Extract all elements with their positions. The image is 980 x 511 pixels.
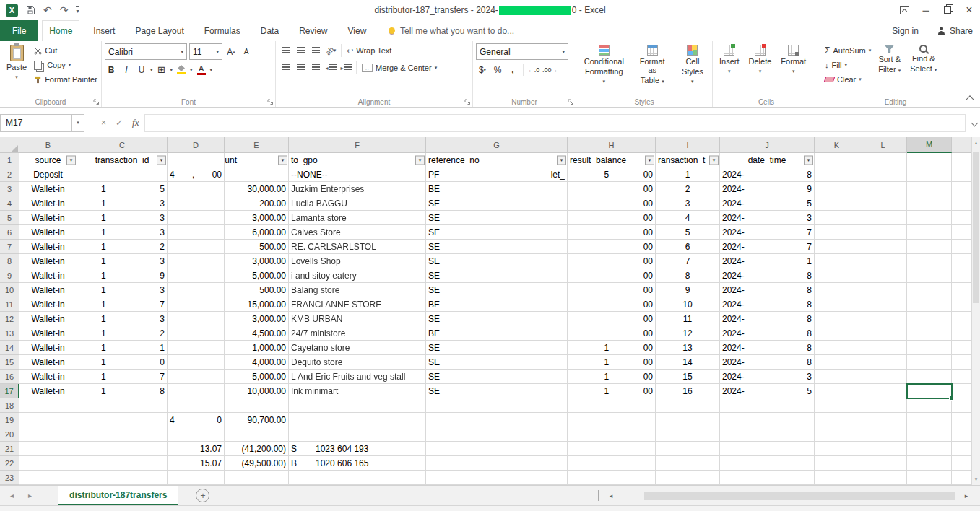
row-header-2[interactable]: 2 xyxy=(0,167,19,182)
cell-C7[interactable]: 12 xyxy=(77,240,168,254)
font-dialog-launcher[interactable] xyxy=(267,99,274,105)
cell-D22[interactable]: 15.07 xyxy=(168,456,225,471)
cell-I20[interactable] xyxy=(656,427,720,442)
scroll-left-button[interactable]: ◂ xyxy=(606,492,616,499)
tab-page-layout[interactable]: Page Layout xyxy=(129,20,190,41)
cell-G13[interactable]: BE xyxy=(426,326,568,341)
cell-D3[interactable] xyxy=(168,182,225,196)
cell-J12[interactable]: 2024-8 xyxy=(720,312,815,326)
ribbon-display-options-button[interactable] xyxy=(893,0,915,20)
cell-B14[interactable]: Wallet-in xyxy=(19,341,77,355)
close-button[interactable]: × xyxy=(958,0,980,20)
cell-K16[interactable] xyxy=(815,370,859,384)
cell-B19[interactable] xyxy=(19,413,77,427)
cell-G12[interactable]: SE xyxy=(426,312,568,326)
cell-L14[interactable] xyxy=(859,341,907,355)
cell-C8[interactable]: 13 xyxy=(77,254,168,268)
column-header-M[interactable]: M xyxy=(907,137,952,153)
cell-M19[interactable] xyxy=(907,413,952,427)
cell-B1[interactable]: source▾ xyxy=(19,153,77,167)
column-header-E[interactable]: E xyxy=(225,137,289,153)
row-header-6[interactable]: 6 xyxy=(0,225,19,240)
cell-I6[interactable]: 5 xyxy=(656,225,720,240)
cell-B2[interactable]: Deposit xyxy=(19,167,77,182)
number-format-combo[interactable]: General ▾ xyxy=(476,43,568,60)
insert-dropdown-icon[interactable]: ▾ xyxy=(728,67,731,76)
cell-B4[interactable]: Wallet-in xyxy=(19,196,77,211)
cell-B20[interactable] xyxy=(19,427,77,442)
formula-input[interactable] xyxy=(144,114,966,132)
cell-C17[interactable]: 18 xyxy=(77,384,168,398)
format-as-table-button[interactable]: Format as Table ▾ xyxy=(631,43,674,87)
cell-G10[interactable]: SE xyxy=(426,283,568,297)
cell-B7[interactable]: Wallet-in xyxy=(19,240,77,254)
cell-I11[interactable]: 10 xyxy=(656,297,720,312)
cell-H8[interactable]: 00 xyxy=(568,254,656,268)
filter-button-transaction_id[interactable]: ▾ xyxy=(157,155,166,165)
cell-K10[interactable] xyxy=(815,283,859,297)
cell-K12[interactable] xyxy=(815,312,859,326)
cell-I5[interactable]: 4 xyxy=(656,211,720,225)
cell-H6[interactable]: 00 xyxy=(568,225,656,240)
cell-M1[interactable] xyxy=(907,153,952,167)
cell-M23[interactable] xyxy=(907,471,952,485)
cell-H17[interactable]: 100 xyxy=(568,384,656,398)
excel-app-icon[interactable]: X xyxy=(6,4,18,17)
column-header-I[interactable]: I xyxy=(656,137,720,153)
font-color-button[interactable]: A xyxy=(195,63,208,77)
cell-K20[interactable] xyxy=(815,427,859,442)
cell-K1[interactable] xyxy=(815,153,859,167)
horizontal-scrollbar[interactable]: ◂ ▸ xyxy=(598,486,980,505)
cell-M3[interactable] xyxy=(907,182,952,196)
cell-D7[interactable] xyxy=(168,240,225,254)
cell-E22[interactable]: (49,500.00) xyxy=(225,456,289,471)
cell-J16[interactable]: 2024-3 xyxy=(720,370,815,384)
cell-E9[interactable]: 5,000.00 xyxy=(225,268,289,283)
cell-M13[interactable] xyxy=(907,326,952,341)
cell-D1[interactable] xyxy=(168,153,225,167)
cell-L21[interactable] xyxy=(859,442,907,456)
cell-C11[interactable]: 17 xyxy=(77,297,168,312)
cell-C12[interactable]: 13 xyxy=(77,312,168,326)
cell-E16[interactable]: 5,000.00 xyxy=(225,370,289,384)
cell-I8[interactable]: 7 xyxy=(656,254,720,268)
cell-E2[interactable] xyxy=(225,167,289,182)
cell-I13[interactable]: 12 xyxy=(656,326,720,341)
conditional-formatting-button[interactable]: Conditional Formatting ▾ xyxy=(579,43,629,87)
cell-C9[interactable]: 19 xyxy=(77,268,168,283)
cell-D13[interactable] xyxy=(168,326,225,341)
cell-K9[interactable] xyxy=(815,268,859,283)
increase-indent-button[interactable]: ▸ xyxy=(339,61,352,75)
cell-F11[interactable]: FRANCI ANNE STORE xyxy=(289,297,426,312)
cell-L6[interactable] xyxy=(859,225,907,240)
insert-function-icon[interactable]: fx xyxy=(132,117,139,128)
cell-M6[interactable] xyxy=(907,225,952,240)
cell-K11[interactable] xyxy=(815,297,859,312)
cell-I23[interactable] xyxy=(656,471,720,485)
cell-J23[interactable] xyxy=(720,471,815,485)
row-header-4[interactable]: 4 xyxy=(0,196,19,211)
wrap-text-button[interactable]: ↩ Wrap Text xyxy=(345,43,393,58)
cell-L4[interactable] xyxy=(859,196,907,211)
cell-L12[interactable] xyxy=(859,312,907,326)
cell-E17[interactable]: 10,000.00 xyxy=(225,384,289,398)
cell-I19[interactable] xyxy=(656,413,720,427)
cell-I4[interactable]: 3 xyxy=(656,196,720,211)
number-dialog-launcher[interactable] xyxy=(568,99,574,105)
align-center-button[interactable] xyxy=(294,61,307,75)
cell-L8[interactable] xyxy=(859,254,907,268)
cell-J9[interactable]: 2024-8 xyxy=(720,268,815,283)
cell-B22[interactable] xyxy=(19,456,77,471)
undo-icon[interactable]: ↶ xyxy=(43,5,52,15)
cell-D8[interactable] xyxy=(168,254,225,268)
cell-D6[interactable] xyxy=(168,225,225,240)
row-header-18[interactable]: 18 xyxy=(0,398,19,413)
cell-K19[interactable] xyxy=(815,413,859,427)
bold-button[interactable]: B xyxy=(105,63,118,77)
cell-G4[interactable]: SE xyxy=(426,196,568,211)
cell-I1[interactable]: ransaction_t▾ xyxy=(656,153,720,167)
row-header-16[interactable]: 16 xyxy=(0,370,19,384)
cell-K3[interactable] xyxy=(815,182,859,196)
cell-G19[interactable] xyxy=(426,413,568,427)
cell-D19[interactable]: 40 xyxy=(168,413,225,427)
